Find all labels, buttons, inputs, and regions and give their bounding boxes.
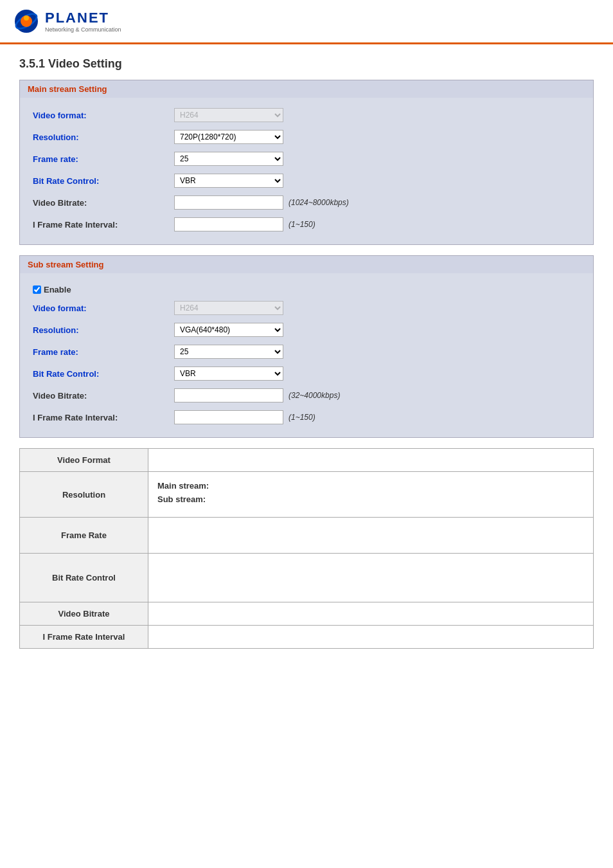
sub-stream-header: Sub stream Setting <box>20 256 593 273</box>
sub-iframe-hint: (1~150) <box>289 413 315 422</box>
main-video-bitrate-area: 2000 (1024~8000kbps) <box>174 195 349 210</box>
main-bitrate-control-label: Bit Rate Control: <box>33 176 174 186</box>
sub-framerate-select[interactable]: 25 <box>174 345 283 359</box>
sub-resolution-control: VGA(640*480) <box>174 323 283 337</box>
planet-logo-icon <box>13 8 40 35</box>
sub-iframe-row: I Frame Rate Interval: 50 (1~150) <box>33 406 580 428</box>
table-iframe-interval-content <box>148 626 594 649</box>
table-row-video-bitrate: Video Bitrate <box>20 602 594 626</box>
resolution-main-label: Main stream: <box>157 481 584 491</box>
sub-video-bitrate-label: Video Bitrate: <box>33 391 174 401</box>
main-iframe-hint: (1~150) <box>289 220 315 229</box>
sub-stream-body: Enable Video format: H264 Resolution: VG… <box>20 273 593 437</box>
main-stream-header: Main stream Setting <box>20 80 593 98</box>
sub-resolution-row: Resolution: VGA(640*480) <box>33 319 580 341</box>
main-framerate-select[interactable]: 25 <box>174 152 283 166</box>
main-video-format-select[interactable]: H264 <box>174 108 283 122</box>
main-video-format-label: Video format: <box>33 111 174 120</box>
main-stream-body: Video format: H264 Resolution: 720P(1280… <box>20 98 593 244</box>
table-frame-rate-label: Frame Rate <box>20 518 148 554</box>
sub-framerate-label: Frame rate: <box>33 347 174 357</box>
main-iframe-label: I Frame Rate Interval: <box>33 220 174 230</box>
table-resolution-label: Resolution <box>20 472 148 518</box>
main-content: 3.5.1 Video Setting Main stream Setting … <box>0 44 613 662</box>
sub-video-format-row: Video format: H264 <box>33 297 580 319</box>
sub-video-bitrate-hint: (32~4000kbps) <box>289 391 340 400</box>
sub-video-bitrate-area: 512 (32~4000kbps) <box>174 388 340 402</box>
logo-text: PLANET Networking & Communication <box>45 10 121 33</box>
main-video-bitrate-row: Video Bitrate: 2000 (1024~8000kbps) <box>33 192 580 213</box>
table-frame-rate-content <box>148 518 594 554</box>
header: PLANET Networking & Communication <box>0 0 613 44</box>
table-bit-rate-control-label: Bit Rate Control <box>20 554 148 602</box>
main-video-format-control: H264 <box>174 108 283 122</box>
page-title: 3.5.1 Video Setting <box>19 57 594 71</box>
svg-point-3 <box>24 15 29 21</box>
sub-iframe-input[interactable]: 50 <box>174 410 283 424</box>
sub-video-bitrate-input[interactable]: 512 <box>174 388 283 402</box>
enable-row: Enable <box>33 280 580 297</box>
enable-label[interactable]: Enable <box>44 285 71 294</box>
main-iframe-area: 50 (1~150) <box>174 217 315 231</box>
main-video-bitrate-label: Video Bitrate: <box>33 198 174 208</box>
table-row-frame-rate: Frame Rate <box>20 518 594 554</box>
main-iframe-row: I Frame Rate Interval: 50 (1~150) <box>33 213 580 235</box>
table-video-format-content <box>148 449 594 472</box>
sub-video-format-label: Video format: <box>33 303 174 313</box>
table-video-bitrate-label: Video Bitrate <box>20 602 148 626</box>
resolution-sub-label: Sub stream: <box>157 494 584 504</box>
sub-iframe-label: I Frame Rate Interval: <box>33 413 174 422</box>
main-resolution-label: Resolution: <box>33 132 174 142</box>
main-bitrate-control-row: Bit Rate Control: VBR <box>33 170 580 192</box>
table-row-iframe-interval: I Frame Rate Interval <box>20 626 594 649</box>
table-row-resolution: Resolution Main stream: Sub stream: <box>20 472 594 518</box>
sub-iframe-area: 50 (1~150) <box>174 410 315 424</box>
main-resolution-select[interactable]: 720P(1280*720) <box>174 130 283 144</box>
table-resolution-content: Main stream: Sub stream: <box>148 472 594 518</box>
main-iframe-input[interactable]: 50 <box>174 217 283 231</box>
enable-checkbox[interactable] <box>33 285 41 294</box>
sub-bitrate-control-area: VBR <box>174 366 283 381</box>
table-video-format-label: Video Format <box>20 449 148 472</box>
sub-video-format-control: H264 <box>174 301 283 315</box>
main-framerate-label: Frame rate: <box>33 154 174 164</box>
sub-bitrate-control-row: Bit Rate Control: VBR <box>33 363 580 384</box>
sub-bitrate-control-select[interactable]: VBR <box>174 366 283 381</box>
main-framerate-row: Frame rate: 25 <box>33 148 580 170</box>
main-stream-section: Main stream Setting Video format: H264 R… <box>19 80 594 245</box>
sub-resolution-label: Resolution: <box>33 325 174 335</box>
sub-framerate-row: Frame rate: 25 <box>33 341 580 363</box>
logo-subtitle-text: Networking & Communication <box>45 26 121 33</box>
table-iframe-interval-label: I Frame Rate Interval <box>20 626 148 649</box>
sub-video-format-select[interactable]: H264 <box>174 301 283 315</box>
main-video-bitrate-hint: (1024~8000kbps) <box>289 198 349 207</box>
logo-container: PLANET Networking & Communication <box>13 8 121 35</box>
sub-framerate-control: 25 <box>174 345 283 359</box>
logo-planet-text: PLANET <box>45 10 121 26</box>
sub-stream-section: Sub stream Setting Enable Video format: … <box>19 255 594 438</box>
table-row-bit-rate-control: Bit Rate Control <box>20 554 594 602</box>
main-resolution-row: Resolution: 720P(1280*720) <box>33 126 580 148</box>
sub-resolution-select[interactable]: VGA(640*480) <box>174 323 283 337</box>
table-bit-rate-control-content <box>148 554 594 602</box>
table-row-video-format: Video Format <box>20 449 594 472</box>
main-video-bitrate-input[interactable]: 2000 <box>174 195 283 210</box>
sub-bitrate-control-label: Bit Rate Control: <box>33 369 174 379</box>
table-video-bitrate-content <box>148 602 594 626</box>
main-framerate-control: 25 <box>174 152 283 166</box>
info-table: Video Format Resolution Main stream: Sub… <box>19 448 594 649</box>
main-resolution-control: 720P(1280*720) <box>174 130 283 144</box>
main-bitrate-control-area: VBR <box>174 174 283 188</box>
sub-video-bitrate-row: Video Bitrate: 512 (32~4000kbps) <box>33 384 580 406</box>
main-video-format-row: Video format: H264 <box>33 104 580 126</box>
main-bitrate-control-select[interactable]: VBR <box>174 174 283 188</box>
